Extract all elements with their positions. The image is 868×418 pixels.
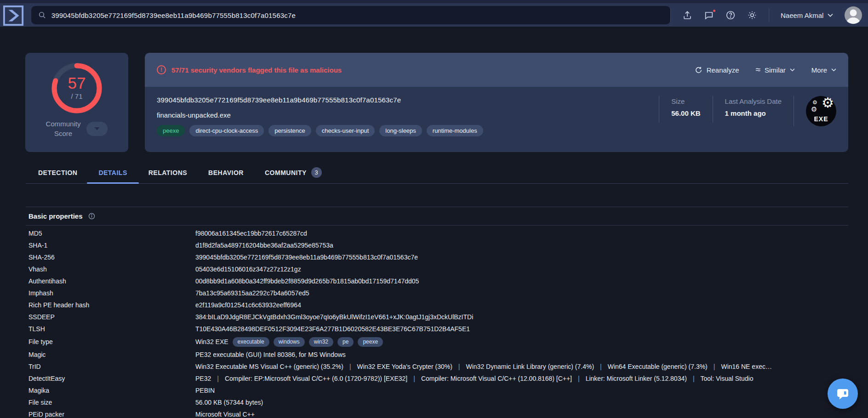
reanalyze-icon (695, 66, 702, 74)
file-type-pill[interactable]: pe (337, 337, 354, 347)
chevron-down-icon (831, 68, 836, 72)
row-value: PE32Compiler: EP:Microsoft Visual C/C++ … (195, 373, 848, 384)
person-icon (845, 6, 862, 24)
malicious-warning: 57/71 security vendors flagged this file… (157, 65, 342, 74)
file-type-pill[interactable]: peexe (358, 337, 383, 347)
tab-behavior[interactable]: BEHAVIOR (208, 162, 244, 183)
row-value: e2f119a9cf012541c6c63932eeff6964 (195, 299, 848, 311)
alert-icon (157, 65, 166, 74)
community-vote-dropdown[interactable] (86, 122, 108, 136)
row-label: SHA-256 (26, 251, 195, 263)
chat-fab-button[interactable] (828, 378, 858, 409)
chat-bubble-icon (835, 386, 850, 401)
file-type-pill[interactable]: win32 (309, 337, 333, 347)
help-icon[interactable] (725, 10, 736, 20)
info-icon[interactable] (88, 212, 96, 220)
value-segment: Win64 Executable (generic) (7.3%) (594, 363, 708, 370)
file-tags: peexedirect-cpu-clock-accesspersistencec… (157, 125, 836, 136)
community-score-label: Community Score (46, 119, 81, 138)
file-tag[interactable]: direct-cpu-clock-access (189, 125, 264, 136)
file-tag[interactable]: checks-user-input (316, 125, 375, 136)
table-row: DetectItEasyPE32Compiler: EP:Microsoft V… (26, 373, 848, 384)
value-segment: Compiler: Microsoft Visual C/C++ (12.00.… (407, 375, 572, 382)
file-type-pill[interactable]: windows (274, 337, 305, 347)
exe-file-icon: ⚙ ⚙ ⚙ EXE (806, 96, 836, 126)
table-row: Vhash05403e6d15106016z347z27z12z1gz (26, 263, 848, 275)
file-type-pill[interactable]: executable (233, 337, 269, 347)
value-segment: Win16 NE exec… (708, 363, 772, 370)
theme-toggle-icon[interactable] (747, 10, 757, 20)
exe-label: EXE (806, 115, 836, 123)
tab-badge: 3 (311, 167, 322, 178)
row-label: Vhash (26, 263, 195, 275)
table-row: PEiD packerMicrosoft Visual C++ (26, 408, 848, 418)
row-value: PE32 executable (GUI) Intel 80386, for M… (195, 349, 848, 361)
chevron-down-icon (94, 127, 100, 131)
file-report-card: 57/71 security vendors flagged this file… (145, 53, 848, 152)
file-tag[interactable]: runtime-modules (427, 125, 483, 136)
gear-icon: ⚙ (811, 106, 817, 113)
tab-detection[interactable]: DETECTION (38, 162, 77, 183)
more-button[interactable]: More (811, 66, 836, 74)
file-tag[interactable]: long-sleeps (379, 125, 422, 136)
table-row: SSDEEP384:bILaD9JdgR8EJCkVgtBdxh3Gml3oyo… (26, 311, 848, 323)
row-value: 7ba13c95a69315aa2292c7b4a6057ed5 (195, 287, 848, 299)
file-tag[interactable]: peexe (157, 125, 185, 136)
table-row: MD5f98006a161345ec19bb72617c65287cd (26, 227, 848, 239)
row-value: T10E430A46B28498DEF0512F3094E23F6A277B1D… (195, 323, 848, 335)
score-card: 57 / 71 Community Score (25, 53, 128, 152)
row-value: 399045bfdb3205e772169f5d8739ee8eb11a9b46… (195, 251, 848, 263)
row-value: f98006a161345ec19bb72617c65287cd (195, 227, 848, 239)
section-title: Basic properties (29, 212, 83, 220)
value-segment: Win32 EXE Yoda's Crypter (30%) (343, 363, 452, 370)
upload-icon[interactable] (682, 10, 692, 20)
value-segment: Win32 Dynamic Link Library (generic) (7.… (452, 363, 594, 370)
last-analysis-value: 1 month ago (725, 109, 782, 117)
table-row: SHA-256399045bfdb3205e772169f5d8739ee8eb… (26, 251, 848, 263)
reanalyze-button[interactable]: Reanalyze (695, 66, 739, 74)
file-summary: 399045bfdb3205e772169f5d8739ee8eb11a9b46… (145, 87, 848, 152)
value-segment: Tool: Visual Studio (687, 375, 754, 382)
row-value: Win32 EXEexecutablewindowswin32pepeexe (195, 335, 848, 349)
table-row: File size56.00 KB (57344 bytes) (26, 396, 848, 408)
row-label: SHA-1 (26, 239, 195, 251)
file-type-icon-wrap: ⚙ ⚙ ⚙ EXE (794, 96, 836, 126)
top-bar: Naeem Akmal (0, 0, 868, 27)
row-label: File size (26, 396, 195, 408)
table-row: Rich PE header hashe2f119a9cf012541c6c63… (26, 299, 848, 311)
value-segment: Win32 Executable MS Visual C++ (generic)… (195, 363, 343, 370)
tab-community[interactable]: COMMUNITY3 (265, 162, 322, 183)
row-label: TrID (26, 361, 195, 373)
total-engines: / 71 (51, 92, 102, 100)
tab-label: RELATIONS (148, 169, 187, 176)
topbar-divider (769, 8, 769, 22)
notification-dot (712, 9, 716, 13)
similar-button[interactable]: ≈ Similar (756, 66, 795, 74)
tab-details[interactable]: DETAILS (98, 162, 127, 183)
table-row: TLSHT10E430A46B28498DEF0512F3094E23F6A27… (26, 323, 848, 335)
tab-label: BEHAVIOR (208, 169, 244, 176)
row-label: Authentihash (26, 275, 195, 287)
malicious-count: 57 (51, 74, 102, 92)
virustotal-logo-icon[interactable] (3, 5, 24, 26)
user-avatar[interactable] (845, 6, 862, 24)
tab-relations[interactable]: RELATIONS (148, 162, 187, 183)
table-row: TrIDWin32 Executable MS Visual C++ (gene… (26, 361, 848, 373)
table-row: MagikaPEBIN (26, 384, 848, 396)
row-label: SSDEEP (26, 311, 195, 323)
file-tag[interactable]: persistence (268, 125, 311, 136)
report-tabs: DETECTIONDETAILSRELATIONSBEHAVIORCOMMUNI… (26, 162, 848, 184)
value-segment: PE32 (195, 375, 211, 382)
row-label: TLSH (26, 323, 195, 335)
row-label: MD5 (26, 227, 195, 239)
row-label: Imphash (26, 287, 195, 299)
feedback-icon[interactable] (704, 10, 714, 20)
row-value: Win32 Executable MS Visual C++ (generic)… (195, 361, 848, 373)
user-name: Naeem Akmal (781, 11, 823, 19)
table-row: Imphash7ba13c95a69315aa2292c7b4a6057ed5 (26, 287, 848, 299)
user-menu[interactable]: Naeem Akmal (781, 11, 833, 19)
table-row: File typeWin32 EXEexecutablewindowswin32… (26, 335, 848, 349)
search-input[interactable] (51, 11, 663, 19)
table-row: MagicPE32 executable (GUI) Intel 80386, … (26, 349, 848, 361)
row-value: 05403e6d15106016z347z27z12z1gz (195, 263, 848, 275)
